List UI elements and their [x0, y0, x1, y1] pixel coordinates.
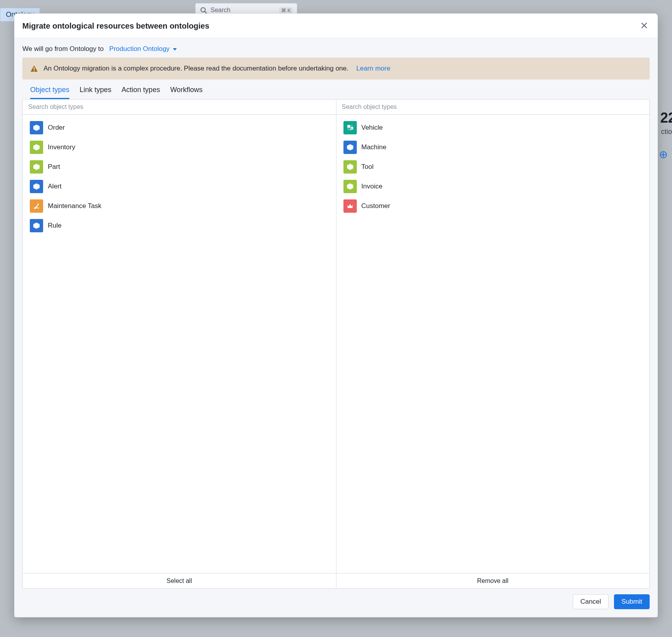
maintenance-icon: [30, 199, 43, 213]
object-type-row[interactable]: Machine: [336, 138, 650, 157]
close-icon: [640, 22, 648, 29]
bulk-actions: Select all Remove all: [22, 574, 650, 589]
object-type-label: Inventory: [48, 143, 75, 151]
bg-number: 22: [660, 110, 672, 126]
dialog-title: Migrate ontological resources between on…: [22, 22, 209, 31]
dialog-header: Migrate ontological resources between on…: [15, 14, 657, 38]
object-type-row[interactable]: Inventory: [23, 138, 336, 157]
object-type-row[interactable]: Customer: [336, 196, 650, 216]
search-input-left[interactable]: [23, 100, 336, 115]
intro-prefix: We will go from Ontology to: [22, 45, 104, 53]
remove-all-button[interactable]: Remove all: [336, 574, 650, 588]
footer-actions: Cancel Submit: [22, 589, 650, 609]
cancel-button[interactable]: Cancel: [573, 594, 608, 609]
object-type-label: Order: [48, 124, 65, 132]
bg-add-button: [659, 151, 667, 160]
warning-icon: [30, 65, 38, 72]
warning-banner: An Ontology migration is a complex proce…: [22, 58, 650, 80]
object-type-label: Tool: [361, 163, 374, 171]
select-all-button[interactable]: Select all: [23, 574, 336, 588]
cube-icon: [343, 180, 357, 193]
object-type-label: Maintenance Task: [48, 202, 102, 210]
cube-icon: [343, 141, 357, 154]
object-type-label: Invoice: [361, 183, 383, 190]
close-button[interactable]: [639, 20, 650, 32]
destination-value: Production Ontology: [109, 45, 170, 53]
object-type-label: Customer: [361, 202, 390, 210]
object-type-label: Part: [48, 163, 60, 171]
bg-text-fragment: ction: [661, 128, 672, 136]
learn-more-link[interactable]: Learn more: [356, 65, 390, 72]
cube-icon: [30, 121, 43, 134]
left-list: OrderInventoryPartAlertMaintenance TaskR…: [23, 115, 336, 573]
object-type-row[interactable]: Order: [23, 118, 336, 138]
object-type-label: Alert: [48, 183, 62, 190]
destination-select[interactable]: Production Ontology: [107, 45, 177, 53]
object-type-row[interactable]: Maintenance Task: [23, 196, 336, 216]
plus-circle-icon: [659, 151, 667, 159]
cube-icon: [343, 160, 357, 174]
object-type-label: Vehicle: [361, 124, 383, 132]
arrow-into-square-icon: [343, 121, 357, 134]
warning-text: An Ontology migration is a complex proce…: [44, 65, 349, 72]
search-input-right[interactable]: [336, 100, 650, 115]
bg-search-placeholder: Search: [211, 7, 231, 14]
cube-icon: [30, 180, 43, 193]
cube-icon: [30, 141, 43, 154]
object-type-label: Rule: [48, 222, 62, 230]
object-type-row[interactable]: Rule: [23, 216, 336, 235]
tab-link-types[interactable]: Link types: [80, 86, 111, 99]
tab-action-types[interactable]: Action types: [122, 86, 160, 99]
submit-button[interactable]: Submit: [614, 594, 650, 609]
object-type-row[interactable]: Part: [23, 157, 336, 177]
dialog-body: We will go from Ontology to Production O…: [15, 38, 657, 617]
search-icon: [200, 6, 207, 14]
two-pane: OrderInventoryPartAlertMaintenance TaskR…: [22, 99, 650, 574]
right-pane: VehicleMachineToolInvoiceCustomer: [336, 100, 650, 573]
tabs: Object types Link types Action types Wor…: [22, 80, 650, 99]
intro-line: We will go from Ontology to Production O…: [22, 45, 650, 53]
crown-icon: [343, 199, 357, 213]
object-type-row[interactable]: Tool: [336, 157, 650, 177]
cube-icon: [30, 160, 43, 174]
tab-object-types[interactable]: Object types: [30, 86, 69, 99]
left-pane: OrderInventoryPartAlertMaintenance TaskR…: [23, 100, 336, 573]
tab-workflows[interactable]: Workflows: [170, 86, 203, 99]
object-type-label: Machine: [361, 143, 387, 151]
right-list: VehicleMachineToolInvoiceCustomer: [336, 115, 650, 573]
object-type-row[interactable]: Vehicle: [336, 118, 650, 138]
object-type-row[interactable]: Invoice: [336, 177, 650, 196]
object-type-row[interactable]: Alert: [23, 177, 336, 196]
cube-icon: [30, 219, 43, 232]
chevron-down-icon: [173, 48, 177, 51]
migrate-dialog: Migrate ontological resources between on…: [14, 13, 658, 617]
